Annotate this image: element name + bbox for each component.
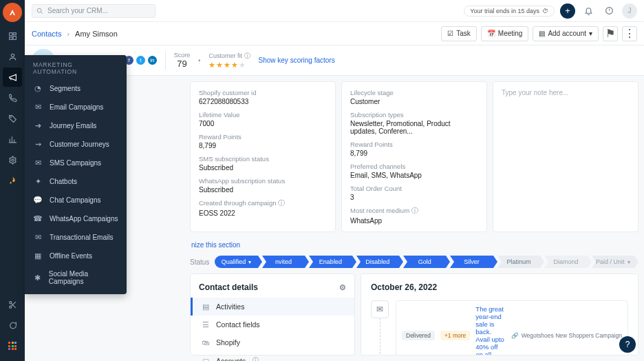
gear-icon[interactable]: ⚙ xyxy=(339,283,346,292)
stage-enabled[interactable]: Enabled xyxy=(309,256,352,268)
nav-contact-fields[interactable]: ☰Contact fields xyxy=(191,316,354,333)
add-account-button[interactable]: ▤Add account ▾ xyxy=(533,26,599,41)
stage-invited[interactable]: nvited xyxy=(262,256,305,268)
user-avatar[interactable]: J xyxy=(622,3,637,19)
fly-segments[interactable]: ◔Segments xyxy=(25,79,127,98)
email-icon: ✉ xyxy=(33,103,43,112)
chevron-right-icon: › xyxy=(67,30,69,38)
accounts-icon: ▤ xyxy=(539,30,545,37)
info-icon[interactable]: ⓘ xyxy=(244,52,250,59)
marketing-automation-flyout: MARKETING AUTOMATION ◔Segments ✉Email Ca… xyxy=(25,55,127,294)
customize-section-link[interactable]: nize this section xyxy=(190,241,240,249)
info-icon[interactable]: ⓘ xyxy=(278,199,285,207)
stage-gold[interactable]: Gold xyxy=(403,256,446,268)
rail-nav xyxy=(0,0,25,361)
fly-chatbots[interactable]: ✦Chatbots xyxy=(25,172,127,191)
info-icon[interactable]: ⓘ xyxy=(411,207,418,214)
rail-settings-icon[interactable] xyxy=(3,150,22,169)
entry-source: 🔗Wegotshoes New Shoppers Campaign xyxy=(511,332,622,339)
fly-email-campaigns[interactable]: ✉Email Campaigns xyxy=(25,98,127,116)
meeting-button[interactable]: 📅Meeting xyxy=(481,26,529,41)
rail-deals-icon[interactable] xyxy=(3,109,22,128)
rail-chat-icon[interactable] xyxy=(3,316,22,335)
share-icon: ✱ xyxy=(33,274,42,282)
help-fab[interactable]: ? xyxy=(619,336,636,353)
contact-details-panel: Contact details⚙ ▤Activities ☰Contact fi… xyxy=(190,274,355,355)
chevron-down-icon: ▾ xyxy=(627,259,630,265)
rail-scissors-icon[interactable] xyxy=(3,295,22,314)
flyout-title: MARKETING AUTOMATION xyxy=(25,55,127,79)
details-card-2: Lifecycle stageCustomer Subscription typ… xyxy=(341,81,487,232)
fly-whatsapp-campaigns[interactable]: ☎WhatsApp Campaigns xyxy=(25,209,127,228)
bag-icon: 🛍 xyxy=(202,338,211,347)
rail-phone-icon[interactable] xyxy=(3,88,22,107)
stage-disabled[interactable]: Disabled xyxy=(356,256,399,268)
rail-contacts-icon[interactable] xyxy=(3,47,22,66)
building-icon: ▢ xyxy=(202,357,211,362)
svg-rect-1 xyxy=(13,32,16,34)
badge-more[interactable]: +1 more xyxy=(440,331,470,340)
linkedin-icon[interactable]: in xyxy=(148,56,157,65)
fly-offline-events[interactable]: ▦Offline Events xyxy=(25,247,127,265)
svg-rect-0 xyxy=(9,32,12,35)
info-icon[interactable]: ⓘ xyxy=(253,356,259,361)
quick-add-button[interactable]: + xyxy=(560,3,575,19)
alert-icon[interactable] xyxy=(601,3,616,19)
task-icon: ☑ xyxy=(447,30,453,37)
bell-icon[interactable] xyxy=(581,3,596,19)
nav-activities[interactable]: ▤Activities xyxy=(191,298,354,316)
scoring-factors-link[interactable]: Show key scoring factors xyxy=(259,56,335,64)
brand-logo[interactable] xyxy=(3,3,22,22)
svg-point-9 xyxy=(37,8,41,12)
stage-paid[interactable]: Paid / Unit▾ xyxy=(592,256,634,268)
stage-platinum[interactable]: Platinum xyxy=(497,256,540,268)
more-menu-button[interactable]: ⋮ xyxy=(622,26,637,41)
stage-diamond[interactable]: Diamond xyxy=(544,256,587,268)
entry-subject[interactable]: The great year-end sale is back. Avail u… xyxy=(475,305,505,355)
fly-chat-campaigns[interactable]: 💬Chat Campaigns xyxy=(25,191,127,209)
stage-qualified[interactable]: Qualified▾ xyxy=(215,256,257,268)
task-button[interactable]: ☑Task xyxy=(441,26,477,41)
chat-icon: 💬 xyxy=(33,196,43,205)
rail-dashboard-icon[interactable] xyxy=(3,26,22,45)
chevron-down-icon: ▾ xyxy=(248,259,251,265)
fly-customer-journeys[interactable]: ⇝Customer Journeys xyxy=(25,135,127,154)
calendar-icon: ▦ xyxy=(33,251,43,260)
badge-delivered: Delivered xyxy=(402,331,435,340)
customer-fit-block: Customer fit ⓘ ★★★★★ xyxy=(208,52,250,70)
trial-badge[interactable]: Your trial ends in 15 days ⏱ xyxy=(464,6,555,17)
svg-rect-3 xyxy=(9,37,12,39)
status-pipeline: Status Qualified▾ nvited Enabled Disable… xyxy=(190,256,638,268)
nav-accounts[interactable]: ▢Accounts ⓘ xyxy=(191,351,354,361)
journey-icon: ⇝ xyxy=(33,140,43,149)
search-input[interactable]: Search your CRM... xyxy=(32,4,155,18)
transactional-icon: ✉ xyxy=(33,233,43,242)
breadcrumb-root[interactable]: Contacts xyxy=(32,30,61,38)
whatsapp-icon: ☎ xyxy=(33,214,43,223)
panel-title: Contact details xyxy=(199,282,258,292)
search-icon xyxy=(36,8,43,14)
stage-silver[interactable]: Silver xyxy=(450,256,493,268)
nav-shopify[interactable]: 🛍Shopify xyxy=(191,333,354,351)
breadcrumb-current: Amy Simson xyxy=(75,30,118,38)
fields-icon: ☰ xyxy=(202,320,211,329)
link-icon: 🔗 xyxy=(511,332,519,339)
rail-apps-icon[interactable] xyxy=(3,336,22,355)
note-input[interactable]: Type your note here... xyxy=(493,81,638,232)
fly-journey-emails[interactable]: ➔Journey Emails xyxy=(25,116,127,135)
segments-icon: ◔ xyxy=(33,84,43,93)
fly-social-campaigns[interactable]: ✱Social Media Campaigns xyxy=(25,265,127,290)
svg-rect-2 xyxy=(13,36,16,39)
sms-icon: ✉ xyxy=(33,158,43,167)
mail-icon: ✉ xyxy=(371,300,389,318)
rail-marketing-icon[interactable] xyxy=(3,68,22,87)
rail-rocket-icon[interactable] xyxy=(3,171,22,190)
fly-sms-campaigns[interactable]: ✉SMS Campaigns xyxy=(25,154,127,172)
fly-transactional-emails[interactable]: ✉Transactional Emails xyxy=(25,228,127,247)
status-label: Status xyxy=(190,258,209,266)
topbar: Search your CRM... Your trial ends in 15… xyxy=(25,0,644,22)
rail-reports-icon[interactable] xyxy=(3,130,22,149)
timeline-entry[interactable]: Delivered +1 more The great year-end sal… xyxy=(396,300,628,355)
twitter-icon[interactable]: t xyxy=(136,56,145,65)
flag-button[interactable]: ⚑ xyxy=(603,26,618,41)
